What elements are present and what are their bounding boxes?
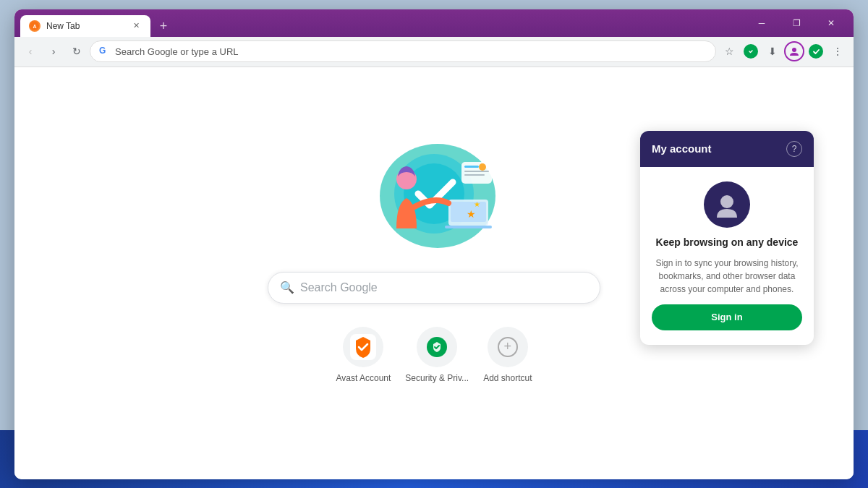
security-privacy-icon-circle <box>417 327 457 367</box>
add-icon: + <box>498 337 518 357</box>
svg-text:★: ★ <box>467 208 476 220</box>
search-bar[interactable]: 🔍 Search Google <box>268 272 600 304</box>
avast-account-shortcut[interactable]: Avast Account <box>336 327 391 383</box>
bookmark-button[interactable]: ☆ <box>719 41 739 61</box>
back-button[interactable]: ‹ <box>20 41 41 61</box>
page-content: ★ ★ 🔍 Search Google <box>14 67 854 479</box>
popup-tagline: Keep browsing on any device <box>656 236 799 248</box>
menu-button[interactable]: ⋮ <box>827 41 848 61</box>
title-bar: A New Tab ✕ + ─ ❐ ✕ <box>14 9 854 37</box>
window-controls: ─ ❐ ✕ <box>745 9 848 37</box>
svg-point-16 <box>479 163 486 171</box>
shortcuts-container: Avast Account Security & Priv... <box>336 327 532 383</box>
profile-button[interactable] <box>784 41 804 61</box>
svg-rect-8 <box>445 226 492 228</box>
refresh-button[interactable]: ↻ <box>67 41 87 61</box>
browser-window: A New Tab ✕ + ─ ❐ ✕ ‹ › ↻ G Search Googl… <box>14 9 854 479</box>
search-input-text: Search Google <box>300 281 378 294</box>
close-button[interactable]: ✕ <box>814 9 848 37</box>
security-privacy-label: Security & Priv... <box>405 373 469 383</box>
popup-body: Keep browsing on any device Sign in to s… <box>640 167 814 345</box>
svg-text:★: ★ <box>474 200 480 208</box>
active-tab[interactable]: A New Tab ✕ <box>20 15 150 37</box>
toolbar: ‹ › ↻ G Search Google or type a URL ☆ ⬇ <box>14 37 854 67</box>
popup-header: My account ? <box>640 131 814 167</box>
tab-title: New Tab <box>46 21 124 31</box>
account-avatar <box>704 181 750 228</box>
avast-green-button[interactable] <box>806 41 826 61</box>
svg-point-18 <box>720 195 733 208</box>
avast-account-label: Avast Account <box>336 373 391 383</box>
forward-button[interactable]: › <box>43 41 64 61</box>
svg-rect-15 <box>464 174 485 176</box>
security-privacy-shortcut[interactable]: Security & Priv... <box>405 327 469 383</box>
address-text: Search Google or type a URL <box>115 46 239 57</box>
popup-title: My account <box>652 142 712 155</box>
toolbar-icons: ☆ ⬇ <box>719 41 848 61</box>
avast-account-icon-circle <box>343 327 383 367</box>
popup-description: Sign in to sync your browsing history, b… <box>652 257 802 296</box>
svg-point-2 <box>792 48 796 52</box>
maximize-button[interactable]: ❐ <box>780 9 813 37</box>
tab-favicon: A <box>29 20 41 32</box>
tab-area: A New Tab ✕ + <box>20 9 745 37</box>
svg-text:A: A <box>33 24 36 29</box>
security-icon <box>427 337 447 357</box>
search-icon: 🔍 <box>280 281 294 294</box>
svg-rect-12 <box>461 162 492 184</box>
minimize-button[interactable]: ─ <box>745 9 778 37</box>
hero-illustration: ★ ★ <box>354 134 514 250</box>
google-icon: G <box>99 46 111 57</box>
address-bar[interactable]: G Search Google or type a URL <box>90 40 716 62</box>
sign-in-button[interactable]: Sign in <box>652 304 802 330</box>
tab-close-button[interactable]: ✕ <box>130 20 142 32</box>
add-shortcut-item[interactable]: + Add shortcut <box>483 327 532 383</box>
avast-shield-icon <box>744 44 758 59</box>
svg-rect-14 <box>464 171 489 172</box>
svg-rect-13 <box>464 166 479 168</box>
my-account-popup: My account ? Keep browsing on any device… <box>640 131 814 345</box>
add-shortcut-icon-circle: + <box>488 327 528 367</box>
popup-help-button[interactable]: ? <box>786 141 802 157</box>
download-button[interactable]: ⬇ <box>762 41 783 61</box>
add-shortcut-label: Add shortcut <box>483 373 532 383</box>
avast-shield-button[interactable] <box>741 41 761 61</box>
new-tab-button[interactable]: + <box>153 17 174 37</box>
